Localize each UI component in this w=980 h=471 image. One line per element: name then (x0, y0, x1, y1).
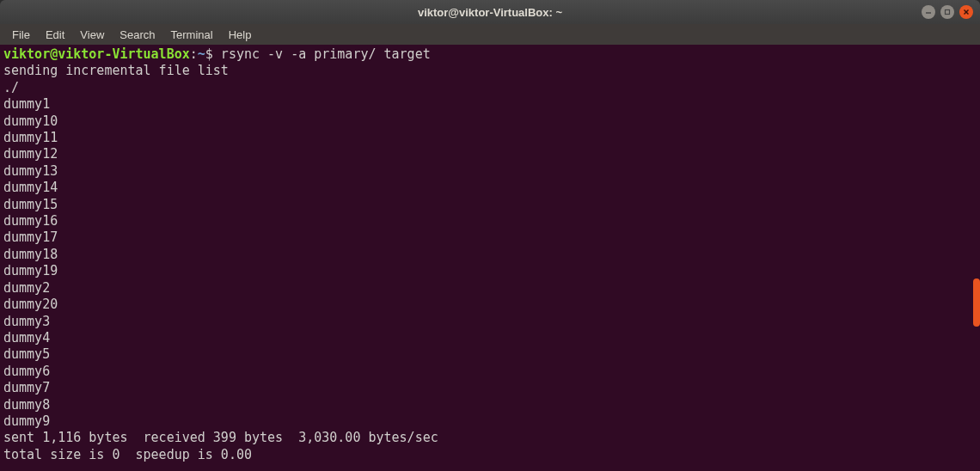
titlebar: viktor@viktor-VirtualBox: ~ (0, 0, 980, 24)
minimize-icon (925, 9, 932, 15)
prompt-colon: : (190, 46, 198, 62)
minimize-button[interactable] (922, 5, 935, 19)
output-summary1: sent 1,116 bytes received 399 bytes 3,03… (3, 430, 977, 446)
maximize-button[interactable] (940, 5, 954, 19)
menu-help[interactable]: Help (222, 27, 259, 43)
output-line: dummy1 (3, 96, 977, 113)
output-header: sending incremental file list (3, 63, 977, 79)
output-line: dummy6 (3, 364, 977, 380)
output-line: dummy14 (3, 180, 977, 196)
menu-search[interactable]: Search (113, 27, 162, 43)
output-line: dummy3 (3, 314, 977, 330)
command-text: rsync -v -a primary/ target (213, 46, 431, 62)
output-line: dummy11 (3, 130, 977, 146)
window-controls (922, 5, 973, 19)
menu-edit[interactable]: Edit (39, 27, 71, 43)
menu-terminal[interactable]: Terminal (164, 27, 220, 43)
prompt-path: ~ (198, 46, 205, 62)
maximize-icon (944, 9, 951, 15)
output-line: dummy18 (3, 247, 977, 263)
output-line: dummy5 (3, 346, 977, 363)
menubar: File Edit View Search Terminal Help (0, 24, 980, 45)
output-line: dummy10 (3, 113, 977, 130)
menu-view[interactable]: View (73, 27, 111, 43)
output-line: ./ (3, 80, 977, 96)
prompt-userhost: viktor@viktor-VirtualBox (3, 46, 190, 62)
output-line: dummy8 (3, 397, 977, 413)
close-icon (963, 9, 970, 15)
output-line: dummy17 (3, 229, 977, 246)
output-line: dummy16 (3, 213, 977, 229)
prompt-line: viktor@viktor-VirtualBox:~$ rsync -v -a … (3, 46, 977, 63)
output-line: dummy4 (3, 330, 977, 346)
terminal-area[interactable]: viktor@viktor-VirtualBox:~$ rsync -v -a … (0, 45, 980, 471)
output-line: dummy20 (3, 297, 977, 313)
window-title: viktor@viktor-VirtualBox: ~ (418, 6, 562, 19)
scrollbar-thumb[interactable] (973, 278, 980, 327)
prompt-dollar: $ (205, 46, 213, 62)
output-line: dummy19 (3, 263, 977, 279)
output-line: dummy13 (3, 163, 977, 180)
close-button[interactable] (959, 5, 973, 19)
output-line: dummy7 (3, 380, 977, 396)
output-summary2: total size is 0 speedup is 0.00 (3, 447, 977, 463)
output-line: dummy9 (3, 413, 977, 430)
output-line: dummy2 (3, 280, 977, 297)
output-line: dummy12 (3, 146, 977, 162)
svg-rect-1 (946, 10, 950, 15)
menu-file[interactable]: File (5, 27, 37, 43)
output-line: dummy15 (3, 197, 977, 213)
